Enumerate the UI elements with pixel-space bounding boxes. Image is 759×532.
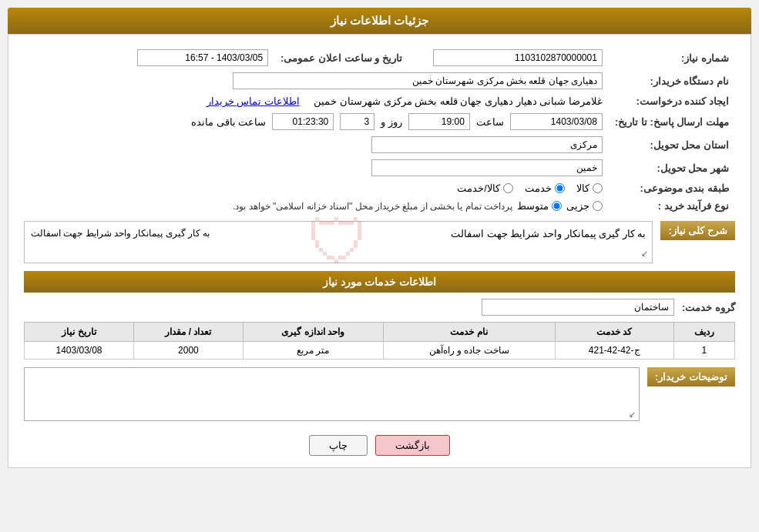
tabaqe-kala-khadamat-option[interactable]: کالا/خدمت: [457, 182, 513, 194]
col-name: نام خدمت: [383, 323, 555, 342]
shomara-niaz-input[interactable]: [433, 49, 603, 66]
print-button[interactable]: چاپ: [309, 435, 368, 456]
cell-name: ساخت جاده و راه‌آهن: [383, 342, 555, 360]
ostan-input[interactable]: [371, 136, 603, 153]
col-tarikh: تاریخ نیاز: [25, 323, 134, 342]
navoe-motevaset-radio[interactable]: [552, 201, 562, 211]
tosif-label: توضیحات خریدار:: [647, 367, 735, 386]
watermark-shield: 🛡: [307, 207, 369, 278]
page-title: جزئیات اطلاعات نیاز: [8, 8, 751, 34]
saat-label: ساعت: [476, 116, 504, 128]
col-tedad: تعداد / مقدار: [134, 323, 243, 342]
tosif-textarea[interactable]: [24, 367, 640, 421]
navoe-motevaset-option[interactable]: متوسط: [517, 200, 562, 212]
cell-tarikh: 1403/03/08: [25, 342, 134, 360]
col-kod: کد خدمت: [555, 323, 673, 342]
khadamat-section-header: اطلاعات خدمات مورد نیاز: [24, 271, 735, 293]
name-dastgah-input[interactable]: [233, 72, 603, 89]
corner-marker: ↙: [641, 249, 648, 259]
tabaqe-khadamat-radio[interactable]: [555, 183, 565, 193]
name-dastgah-label: نام دستگاه خریدار:: [609, 69, 735, 92]
button-row: بازگشت چاپ: [24, 435, 735, 456]
mohlat-label: مهلت ارسال پاسخ: تا تاریخ:: [609, 110, 735, 133]
cell-tedad: 2000: [134, 342, 243, 360]
navoe-jozi-radio[interactable]: [593, 201, 603, 211]
sharh-section-label: شرح کلی نیاز:: [660, 221, 735, 240]
tabaqe-kala-khadamat-radio[interactable]: [503, 183, 513, 193]
cell-radif: 1: [673, 342, 734, 360]
mohlat-saat-input[interactable]: [408, 113, 470, 130]
cell-vahed: متر مربع: [243, 342, 383, 360]
mohlat-roz-input[interactable]: [340, 113, 374, 130]
table-row: 1 ج-42-42-421 ساخت جاده و راه‌آهن متر مر…: [25, 342, 735, 360]
ijad-konande-value: غلامرضا شبانی دهیار دهیاری جهان قلعه بخش…: [314, 95, 603, 107]
mohlat-baqi-input[interactable]: [272, 113, 334, 130]
gorohe-khadamat-input[interactable]: [482, 299, 674, 316]
shahr-label: شهر محل تحویل:: [609, 156, 735, 179]
sharh-text: به کار گیری پیمانکار واحد شرایط جهت اسفا…: [31, 228, 210, 239]
tarikh-saet-input[interactable]: [137, 49, 268, 66]
tabaqe-label: طبقه بندی موضوعی:: [609, 179, 735, 197]
ostan-label: استان محل تحویل:: [609, 133, 735, 156]
cell-kod: ج-42-42-421: [555, 342, 673, 360]
ettelaat-tamas-link[interactable]: اطلاعات تماس خریدار: [207, 95, 300, 107]
gorohe-khadamat-label: گروه خدمت:: [682, 302, 735, 313]
shahr-input[interactable]: [371, 159, 603, 176]
tarikh-saet-label: تاریخ و ساعت اعلان عمومی:: [274, 46, 408, 69]
roz-label: روز و: [381, 116, 402, 128]
tabaqe-khadamat-option[interactable]: خدمت: [525, 182, 565, 194]
mohlat-tarikh-input[interactable]: [510, 113, 603, 130]
tabaqe-kala-option[interactable]: کالا: [576, 182, 603, 194]
col-vahed: واحد اندازه گیری: [243, 323, 383, 342]
navoe-jozi-option[interactable]: جزیی: [566, 200, 603, 212]
tosif-corner-marker: ↙: [629, 410, 636, 420]
tabaqe-kala-radio[interactable]: [593, 183, 603, 193]
shomara-niaz-label: شماره نیاز:: [609, 46, 735, 69]
sharh-value: به کار گیری پیمانکار واحد شرایط جهت اسفا…: [451, 228, 646, 239]
services-table: ردیف کد خدمت نام خدمت واحد اندازه گیری ت…: [24, 322, 735, 360]
baqi-label: ساعت باقی مانده: [191, 116, 266, 128]
back-button[interactable]: بازگشت: [375, 435, 450, 456]
navoe-label: نوع فرآیند خرید :: [609, 197, 735, 215]
navoe-note: پرداخت تمام یا بخشی از مبلغ خریداز محل "…: [233, 201, 512, 212]
ijad-konande-label: ایجاد کننده درخواست:: [609, 92, 735, 110]
col-radif: ردیف: [673, 323, 734, 342]
